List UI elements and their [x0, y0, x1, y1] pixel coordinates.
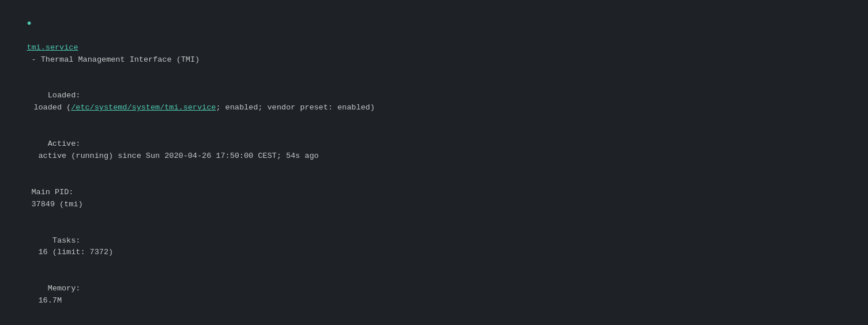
service-description: - Thermal Management Interface (TMI)	[27, 55, 200, 64]
active-label: Active:	[33, 139, 80, 148]
memory-label: Memory:	[33, 284, 80, 293]
service-block: ● tmi.service - Thermal Management Inter…	[8, 6, 860, 325]
service-name-link[interactable]: tmi.service	[27, 43, 78, 52]
active-value: active (running) since Sun 2020-04-26 17…	[33, 152, 318, 160]
service-tasks-line: Tasks: 16 (limit: 7372)	[8, 223, 860, 271]
service-memory-line: Memory: 16.7M	[8, 271, 860, 319]
service-active-line: Active: active (running) since Sun 2020-…	[8, 126, 860, 175]
pid-label: Main PID:	[27, 188, 73, 196]
tasks-value: 16 (limit: 7372)	[33, 248, 113, 256]
pid-value: 37849 (tmi)	[27, 200, 82, 209]
memory-value: 16.7M	[33, 296, 62, 305]
service-cgroup-line: CGroup: /system.slice/tmi.service	[8, 319, 860, 325]
service-loaded-line: Loaded: loaded (/etc/systemd/system/tmi.…	[8, 78, 860, 127]
loaded-text: loaded (	[33, 103, 71, 112]
tasks-label: Tasks:	[33, 236, 80, 245]
loaded-label: Loaded:	[33, 91, 85, 100]
loaded-suffix: ; enabled; vendor preset: enabled)	[216, 103, 374, 112]
service-title-line: ● tmi.service - Thermal Management Inter…	[8, 6, 860, 78]
service-bullet: ●	[27, 19, 31, 28]
service-pid-line: Main PID: 37849 (tmi)	[8, 175, 860, 223]
loaded-path-link[interactable]: /etc/systemd/system/tmi.service	[71, 103, 216, 112]
